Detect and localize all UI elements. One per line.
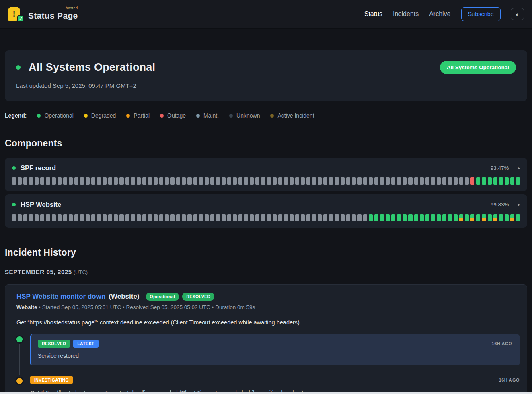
- uptime-bar-nodata[interactable]: [12, 214, 16, 221]
- uptime-bar-nodata[interactable]: [131, 177, 135, 185]
- uptime-bar-nodata[interactable]: [363, 177, 367, 185]
- nav-status[interactable]: Status: [364, 10, 382, 18]
- uptime-bar-nodata[interactable]: [244, 214, 248, 221]
- uptime-bar-operational[interactable]: [505, 177, 509, 185]
- nav-incidents[interactable]: Incidents: [393, 10, 419, 18]
- uptime-bar-nodata[interactable]: [142, 214, 146, 221]
- uptime-bar-nodata[interactable]: [244, 177, 248, 185]
- uptime-bar-nodata[interactable]: [91, 177, 95, 185]
- uptime-bar-nodata[interactable]: [352, 214, 356, 221]
- uptime-bar-operational[interactable]: [374, 214, 378, 221]
- uptime-bar-operational[interactable]: [425, 214, 429, 221]
- uptime-bar-nodata[interactable]: [284, 214, 288, 221]
- uptime-bar-nodata[interactable]: [187, 214, 191, 221]
- uptime-bar-nodata[interactable]: [18, 214, 22, 221]
- uptime-bar-nodata[interactable]: [346, 177, 350, 185]
- uptime-bar-operational[interactable]: [380, 214, 384, 221]
- uptime-bar-operational[interactable]: [505, 214, 509, 221]
- uptime-bar-nodata[interactable]: [261, 177, 265, 185]
- uptime-bar-nodata[interactable]: [69, 214, 73, 221]
- uptime-bar-nodata[interactable]: [352, 177, 356, 185]
- uptime-bar-nodata[interactable]: [142, 177, 146, 185]
- uptime-bar-nodata[interactable]: [58, 214, 62, 221]
- uptime-bar-nodata[interactable]: [52, 214, 56, 221]
- uptime-bar-nodata[interactable]: [199, 177, 203, 185]
- uptime-bar-nodata[interactable]: [323, 214, 327, 221]
- uptime-bar-nodata[interactable]: [233, 214, 237, 221]
- uptime-bar-nodata[interactable]: [278, 214, 282, 221]
- uptime-bar-nodata[interactable]: [40, 214, 44, 221]
- uptime-bar-nodata[interactable]: [357, 177, 362, 185]
- uptime-bar-nodata[interactable]: [154, 177, 158, 185]
- uptime-bar-nodata[interactable]: [119, 177, 123, 185]
- uptime-bar-nodata[interactable]: [23, 214, 27, 221]
- uptime-bar-nodata[interactable]: [250, 214, 254, 221]
- uptime-bar-operational[interactable]: [448, 214, 452, 221]
- uptime-bar-nodata[interactable]: [318, 177, 322, 185]
- uptime-bar-nodata[interactable]: [193, 177, 197, 185]
- uptime-bar-operational[interactable]: [488, 177, 492, 185]
- uptime-bar-operational[interactable]: [391, 214, 395, 221]
- uptime-bar-nodata[interactable]: [238, 177, 242, 185]
- uptime-bar-nodata[interactable]: [290, 177, 294, 185]
- chevron-right-icon[interactable]: ▸: [518, 165, 520, 171]
- uptime-bar-partial[interactable]: [470, 214, 474, 221]
- uptime-bar-partial[interactable]: [482, 214, 486, 221]
- uptime-bar-nodata[interactable]: [205, 177, 209, 185]
- uptime-bar-nodata[interactable]: [250, 177, 254, 185]
- uptime-bar-nodata[interactable]: [29, 177, 33, 185]
- uptime-bar-operational[interactable]: [408, 214, 412, 221]
- uptime-bar-partial[interactable]: [459, 214, 463, 221]
- uptime-bar-nodata[interactable]: [125, 177, 129, 185]
- uptime-bar-operational[interactable]: [493, 177, 497, 185]
- uptime-bar-nodata[interactable]: [216, 177, 220, 185]
- uptime-bar-nodata[interactable]: [301, 214, 305, 221]
- uptime-bar-nodata[interactable]: [187, 177, 191, 185]
- incident-title-link[interactable]: HSP Website monitor down: [16, 293, 105, 301]
- uptime-bar-nodata[interactable]: [159, 214, 163, 221]
- uptime-bar-nodata[interactable]: [170, 214, 175, 221]
- uptime-bar-nodata[interactable]: [238, 214, 242, 221]
- uptime-bar-nodata[interactable]: [329, 214, 333, 221]
- uptime-bar-nodata[interactable]: [391, 177, 395, 185]
- uptime-bar-nodata[interactable]: [397, 177, 401, 185]
- uptime-bar-nodata[interactable]: [103, 177, 107, 185]
- uptime-bar-nodata[interactable]: [431, 177, 435, 185]
- uptime-bar-nodata[interactable]: [52, 177, 56, 185]
- uptime-bar-operational[interactable]: [516, 177, 520, 185]
- uptime-bar-nodata[interactable]: [137, 214, 141, 221]
- uptime-bar-nodata[interactable]: [312, 177, 316, 185]
- uptime-bar-nodata[interactable]: [137, 177, 141, 185]
- uptime-bar-nodata[interactable]: [148, 214, 152, 221]
- uptime-bar-nodata[interactable]: [148, 177, 152, 185]
- uptime-bar-nodata[interactable]: [80, 214, 84, 221]
- uptime-bar-nodata[interactable]: [454, 177, 458, 185]
- uptime-bar-nodata[interactable]: [233, 177, 237, 185]
- uptime-bar-nodata[interactable]: [306, 214, 310, 221]
- uptime-bar-nodata[interactable]: [131, 214, 135, 221]
- uptime-bar-nodata[interactable]: [425, 177, 429, 185]
- uptime-bar-nodata[interactable]: [267, 177, 271, 185]
- uptime-bar-nodata[interactable]: [408, 177, 412, 185]
- uptime-bar-nodata[interactable]: [103, 214, 107, 221]
- uptime-bar-nodata[interactable]: [205, 214, 209, 221]
- uptime-bar-nodata[interactable]: [40, 177, 44, 185]
- uptime-bar-nodata[interactable]: [58, 177, 62, 185]
- uptime-bar-nodata[interactable]: [273, 214, 277, 221]
- uptime-bar-nodata[interactable]: [159, 177, 163, 185]
- uptime-bar-nodata[interactable]: [306, 177, 310, 185]
- uptime-bar-operational[interactable]: [403, 214, 407, 221]
- uptime-bar-nodata[interactable]: [437, 177, 441, 185]
- uptime-bar-nodata[interactable]: [295, 177, 299, 185]
- uptime-bar-nodata[interactable]: [193, 214, 197, 221]
- uptime-bar-nodata[interactable]: [91, 214, 95, 221]
- uptime-bar-nodata[interactable]: [386, 177, 390, 185]
- uptime-bar-nodata[interactable]: [74, 214, 78, 221]
- uptime-bar-nodata[interactable]: [312, 214, 316, 221]
- uptime-bar-nodata[interactable]: [29, 214, 33, 221]
- uptime-bar-nodata[interactable]: [357, 214, 362, 221]
- uptime-bar-nodata[interactable]: [341, 177, 345, 185]
- uptime-bar-nodata[interactable]: [46, 177, 50, 185]
- uptime-bar-nodata[interactable]: [459, 177, 463, 185]
- uptime-bar-nodata[interactable]: [210, 214, 214, 221]
